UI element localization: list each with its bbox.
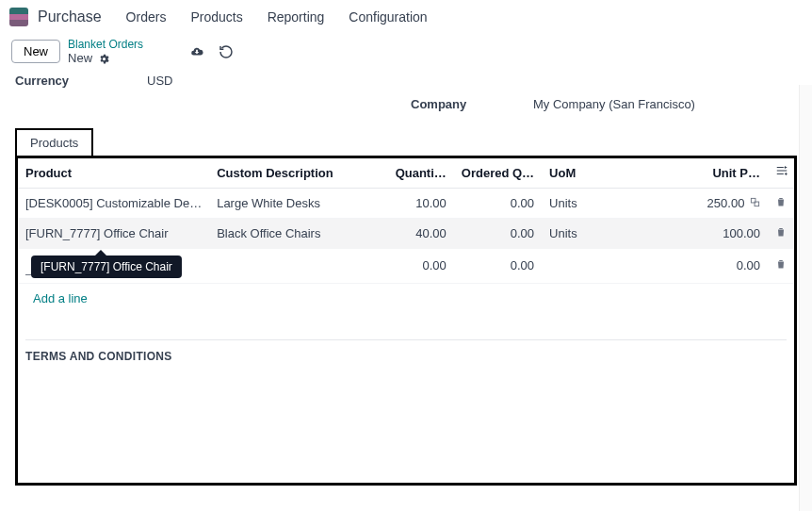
top-nav: Purchase Orders Products Reporting Confi… — [0, 0, 812, 34]
scrollbar-track[interactable] — [799, 85, 812, 511]
products-table: Product Custom Description Quanti… Order… — [18, 158, 794, 313]
th-unit-price[interactable]: Unit P… — [614, 158, 768, 189]
th-ordered[interactable]: Ordered Q… — [454, 158, 542, 189]
terms-section[interactable]: TERMS AND CONDITIONS — [25, 339, 787, 363]
tab-products[interactable]: Products — [15, 128, 93, 156]
currency-value[interactable]: USD — [147, 74, 172, 88]
table-row[interactable]: [DESK0005] Customizable De… Large White … — [18, 188, 794, 218]
cell-ordered[interactable]: 0.00 — [454, 218, 542, 248]
cloud-save-icon[interactable] — [188, 45, 205, 58]
cell-unit-price[interactable]: 100.00 — [614, 218, 768, 248]
th-quantity[interactable]: Quanti… — [388, 158, 454, 189]
products-table-panel: Product Custom Description Quanti… Order… — [15, 156, 797, 486]
nav-reporting[interactable]: Reporting — [258, 6, 334, 28]
cell-uom[interactable]: Units — [542, 218, 614, 248]
breadcrumb-state: New — [68, 51, 92, 66]
breadcrumb-parent[interactable]: Blanket Orders — [68, 38, 143, 51]
nav-products[interactable]: Products — [181, 6, 252, 28]
breadcrumb: Blanket Orders New — [68, 38, 143, 66]
nav-orders[interactable]: Orders — [117, 6, 176, 28]
cell-uom[interactable] — [542, 248, 614, 283]
nav-configuration[interactable]: Configuration — [339, 6, 436, 28]
table-row-editing[interactable]: [FURN_7777] Office Chair ▾ 0.00 0.00 0.0… — [18, 248, 794, 283]
app-title: Purchase — [38, 8, 102, 25]
cell-quantity[interactable]: 0.00 — [388, 248, 454, 283]
cell-description[interactable] — [209, 248, 387, 283]
terms-label: TERMS AND CONDITIONS — [25, 350, 787, 363]
cell-unit-price[interactable]: 250.00 — [614, 188, 768, 218]
cell-uom[interactable]: Units — [542, 188, 614, 218]
cell-description[interactable]: Black Office Chairs — [209, 218, 387, 248]
cell-quantity[interactable]: 10.00 — [388, 188, 454, 218]
add-line-link[interactable]: Add a line — [25, 284, 95, 313]
discard-icon[interactable] — [219, 44, 234, 59]
cell-ordered[interactable]: 0.00 — [454, 188, 542, 218]
th-product[interactable]: Product — [18, 158, 209, 189]
expand-row-icon[interactable] — [746, 196, 760, 210]
currency-label: Currency — [15, 74, 147, 88]
cell-product[interactable]: [DESK0005] Customizable De… — [18, 188, 209, 218]
cell-unit-price[interactable]: 0.00 — [614, 248, 768, 283]
th-description[interactable]: Custom Description — [209, 158, 387, 189]
new-button[interactable]: New — [11, 40, 60, 63]
app-logo — [9, 8, 28, 26]
trash-icon[interactable] — [775, 226, 787, 240]
gear-icon[interactable] — [98, 53, 110, 65]
company-label: Company — [411, 97, 533, 111]
cell-product[interactable]: [FURN_7777] Office Chair — [18, 218, 209, 248]
th-uom[interactable]: UoM — [542, 158, 614, 189]
form-area: Currency USD Company My Company (San Fra… — [0, 70, 812, 111]
trash-icon[interactable] — [775, 196, 787, 210]
autocomplete-tooltip[interactable]: [FURN_7777] Office Chair — [31, 256, 182, 278]
cell-quantity[interactable]: 40.00 — [388, 218, 454, 248]
control-bar: New Blanket Orders New — [0, 34, 812, 70]
notebook-tabs: Products — [15, 128, 797, 156]
trash-icon[interactable] — [775, 258, 787, 272]
table-row[interactable]: [FURN_7777] Office Chair Black Office Ch… — [18, 218, 794, 248]
company-value[interactable]: My Company (San Francisco) — [533, 97, 695, 111]
cell-ordered[interactable]: 0.00 — [454, 248, 542, 283]
cell-description[interactable]: Large White Desks — [209, 188, 387, 218]
column-settings-icon[interactable] — [775, 164, 788, 180]
